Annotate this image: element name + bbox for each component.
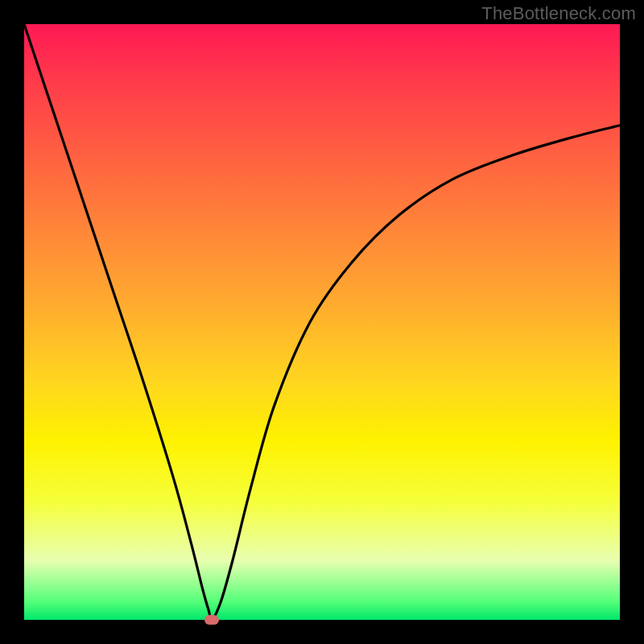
chart-frame: TheBottleneck.com — [0, 0, 644, 644]
plot-area — [24, 24, 620, 620]
curve-layer — [24, 24, 620, 620]
watermark-text: TheBottleneck.com — [481, 3, 636, 24]
optimum-marker — [204, 615, 219, 625]
bottleneck-curve — [24, 24, 620, 620]
